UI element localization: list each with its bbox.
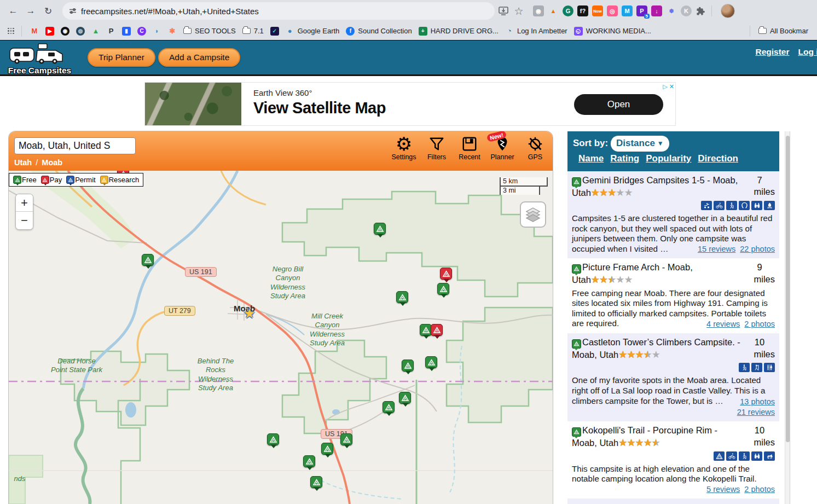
add-campsite-button[interactable]: Add a Campsite: [158, 48, 240, 67]
bookmark-item-gmail[interactable]: M: [27, 25, 42, 37]
bookmark-item-wave[interactable]: ◗: [149, 25, 165, 37]
planner-tool-button[interactable]: PlannerNew!: [489, 135, 515, 161]
register-link[interactable]: Register: [755, 47, 789, 57]
ad-close-icon[interactable]: ✕: [669, 83, 674, 90]
reviews-link[interactable]: 21 reviews: [576, 407, 775, 417]
ad-open-button[interactable]: Open: [574, 94, 663, 115]
photos-link[interactable]: 2 photos: [744, 320, 775, 328]
bookmark-item-folder-71[interactable]: 7.1: [239, 25, 267, 37]
snowflake-extension-icon[interactable]: ❄: [666, 5, 677, 16]
extensions-puzzle-icon[interactable]: [694, 4, 707, 18]
photos-link[interactable]: 2 photos: [744, 485, 775, 494]
new-badge-extension-icon[interactable]: New: [592, 5, 603, 16]
listing-item[interactable]: 10milesKokopelli's Trail - Porcupine Rim…: [567, 421, 779, 499]
layers-button[interactable]: [520, 201, 546, 228]
down-arrow-extension-icon[interactable]: ↓: [651, 5, 662, 16]
campsite-marker-free[interactable]: [399, 392, 411, 404]
bookmark-item-youtube[interactable]: ▶: [42, 25, 57, 37]
bookmark-item-folder-seo[interactable]: SEO TOOLS: [180, 25, 239, 37]
bookmark-item-c-purple[interactable]: C: [134, 25, 149, 37]
sidebar-scrollbar[interactable]: [785, 131, 790, 504]
filters-tool-button[interactable]: Filters: [424, 135, 450, 161]
campsite-marker-free[interactable]: [303, 455, 315, 467]
reload-button[interactable]: ↻: [40, 3, 56, 19]
listing-item[interactable]: 7milesGemini Bridges Campsites 1-5 - Moa…: [567, 171, 779, 259]
breadcrumb-state[interactable]: Utah: [14, 158, 32, 167]
bookmark-item-dark-circle[interactable]: ◍: [73, 25, 88, 37]
campsite-marker-free[interactable]: [402, 360, 414, 372]
campsite-marker-free[interactable]: [396, 291, 408, 303]
pets-amenity-icon: [764, 451, 775, 461]
listing-item[interactable]: 10milesCastleton Tower’s Climbers Campsi…: [567, 333, 779, 421]
shield-extension-icon[interactable]: ◉: [533, 5, 544, 16]
trip-planner-button[interactable]: Trip Planner: [88, 48, 155, 67]
campsite-marker-pay[interactable]: [431, 324, 443, 336]
all-bookmarks-button[interactable]: All Bookmar: [755, 25, 812, 37]
login-link[interactable]: Log in: [798, 47, 817, 57]
campsite-marker-free[interactable]: [267, 433, 279, 445]
bookmark-item-working-media[interactable]: ◵WORKING MEDIA...: [571, 25, 654, 37]
breadcrumb-city[interactable]: Moab: [42, 158, 62, 167]
zoom-out-button[interactable]: −: [16, 212, 33, 229]
k-extension-icon[interactable]: K: [681, 5, 692, 16]
campsite-marker-free[interactable]: [383, 401, 395, 413]
arrow-extension-icon[interactable]: ▲: [548, 5, 559, 16]
map-canvas[interactable]: Negro Bill Canyon Wilderness Study AreaM…: [9, 171, 553, 504]
address-bar[interactable]: freecampsites.net/#!Moab,+Utah,+United+S…: [62, 2, 495, 20]
site-logo[interactable]: Free Campsites: [5, 43, 74, 76]
bookmark-item-hubspot[interactable]: ✱: [165, 25, 180, 37]
hiking-amenity-icon: [726, 201, 737, 210]
recent-tool-button[interactable]: Recent: [456, 135, 483, 161]
listing-item[interactable]: 11milesYellow Circle Road - Moab, Utah★★…: [567, 499, 779, 504]
bookmark-item-drive[interactable]: ▲: [88, 25, 103, 37]
reviews-link[interactable]: 4 reviews: [706, 320, 740, 328]
install-icon[interactable]: [497, 4, 510, 18]
sort-option-direction[interactable]: Direction: [698, 153, 738, 164]
forward-button[interactable]: →: [23, 3, 38, 19]
back-button[interactable]: ←: [5, 3, 21, 19]
profile-avatar[interactable]: [721, 4, 735, 18]
listing-item[interactable]: 9milesPicture Frame Arch - Moab, Utah★★★…: [567, 258, 779, 333]
ad-banner[interactable]: Earth View 360° View Satellite Map Open …: [144, 82, 676, 126]
bookmark-item-p-doc[interactable]: P: [103, 25, 119, 37]
scrollbar-thumb[interactable]: [786, 136, 790, 442]
gps-tool-button[interactable]: GPS: [522, 135, 548, 161]
sort-option-rating[interactable]: Rating: [610, 153, 639, 164]
bookmark-item-card-blue[interactable]: ▮: [119, 25, 134, 37]
grammarly-extension-icon[interactable]: G: [563, 5, 573, 16]
bookmark-item-record[interactable]: ◉: [57, 25, 73, 37]
campsite-marker-free[interactable]: [321, 443, 333, 455]
bookmark-item-check-dark[interactable]: ✓: [267, 25, 282, 37]
apps-grid-icon[interactable]: [8, 28, 14, 34]
photos-link[interactable]: 22 photos: [740, 245, 775, 253]
sort-option-name[interactable]: Name: [578, 153, 604, 164]
campsite-marker-free[interactable]: [310, 476, 322, 488]
campsite-marker-free[interactable]: [142, 254, 154, 266]
bookmark-item-sheets[interactable]: +HARD DRIVE ORG...: [415, 25, 502, 37]
bookmark-item-google-earth[interactable]: ●Google Earth: [282, 25, 343, 37]
bookmark-item-facebook[interactable]: fSound Collection: [343, 25, 415, 37]
reviews-link[interactable]: 15 reviews: [698, 245, 735, 253]
legend-label: Permit: [75, 176, 96, 184]
distance-value: 10: [744, 337, 775, 348]
campsite-marker-free[interactable]: [420, 324, 432, 336]
p-ext-extension-icon[interactable]: P5: [636, 5, 647, 16]
settings-tool-button[interactable]: ⚙Settings: [391, 135, 417, 161]
reviews-link[interactable]: 5 reviews: [706, 485, 740, 494]
campsite-marker-free[interactable]: [374, 223, 386, 235]
sort-selected-dropdown[interactable]: Distance ▼: [611, 136, 669, 152]
location-search-input[interactable]: [14, 137, 136, 154]
bookmark-star-icon[interactable]: ☆: [512, 4, 525, 18]
campsite-marker-free[interactable]: [437, 283, 449, 295]
f-question-extension-icon[interactable]: f?: [577, 5, 588, 16]
camera-extension-icon[interactable]: ◎: [607, 5, 618, 16]
sort-option-popularity[interactable]: Popularity: [646, 153, 691, 164]
bookmark-item-ambetter[interactable]: ◔Log In Ambetter: [502, 25, 571, 37]
campsite-marker-pay[interactable]: [440, 268, 452, 280]
campsite-marker-free[interactable]: [425, 356, 437, 368]
m-blue-extension-icon[interactable]: M: [622, 5, 633, 16]
adchoices-icon[interactable]: ▷: [663, 83, 667, 90]
campsite-marker-free[interactable]: [340, 433, 352, 445]
zoom-in-button[interactable]: +: [16, 194, 33, 212]
site-info-icon[interactable]: [69, 7, 77, 15]
